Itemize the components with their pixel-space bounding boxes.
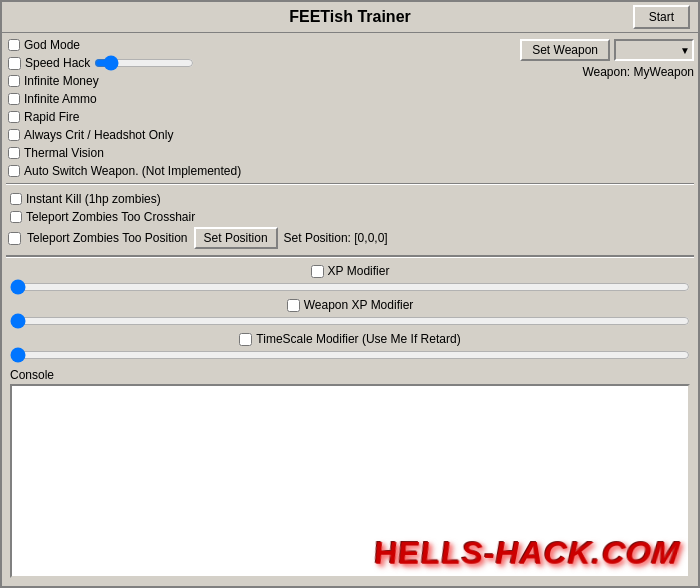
- xp-modifier-slider-row: [10, 280, 690, 294]
- right-panel: Set Weapon ▼ Weapon: MyWeapon: [474, 37, 694, 179]
- title-bar: FEETish Trainer Start: [2, 2, 698, 33]
- timescale-modifier-label: TimeScale Modifier (Use Me If Retard): [256, 332, 460, 346]
- main-content: God Mode Speed Hack Infinite Money Infin…: [2, 33, 698, 586]
- timescale-modifier-slider[interactable]: [10, 348, 690, 362]
- xp-modifier-slider[interactable]: [10, 280, 690, 294]
- watermark-text: HELLS-HACK.COM: [372, 535, 683, 571]
- divider-2: [6, 255, 694, 258]
- weapon-xp-modifier-checkbox[interactable]: [287, 299, 300, 312]
- always-crit-label: Always Crit / Headshot Only: [24, 128, 173, 142]
- weapon-name-label: Weapon: MyWeapon: [582, 65, 694, 79]
- set-position-button[interactable]: Set Position: [194, 227, 278, 249]
- divider-1: [6, 183, 694, 185]
- set-position-value: Set Position: [0,0,0]: [284, 231, 388, 245]
- weapon-xp-modifier-row: Weapon XP Modifier: [10, 298, 690, 328]
- thermal-vision-label: Thermal Vision: [24, 146, 104, 160]
- infinite-money-row: Infinite Money: [6, 73, 470, 89]
- weapon-xp-modifier-label: Weapon XP Modifier: [304, 298, 414, 312]
- infinite-money-label: Infinite Money: [24, 74, 99, 88]
- set-weapon-button[interactable]: Set Weapon: [520, 39, 610, 61]
- speed-hack-label: Speed Hack: [25, 56, 90, 70]
- timescale-modifier-label-row: TimeScale Modifier (Use Me If Retard): [10, 332, 690, 346]
- modifier-section: XP Modifier Weapon XP Modifier: [6, 262, 694, 364]
- timescale-modifier-slider-row: [10, 348, 690, 362]
- god-mode-row: God Mode: [6, 37, 470, 53]
- infinite-ammo-checkbox[interactable]: [8, 93, 20, 105]
- middle-section: Instant Kill (1hp zombies) Teleport Zomb…: [6, 189, 694, 251]
- always-crit-checkbox[interactable]: [8, 129, 20, 141]
- teleport-position-row: Teleport Zombies Too Position Set Positi…: [8, 227, 692, 249]
- weapon-dropdown-wrapper: ▼: [614, 39, 694, 61]
- god-mode-label: God Mode: [24, 38, 80, 52]
- teleport-crosshair-checkbox[interactable]: [10, 211, 22, 223]
- speed-hack-row: Speed Hack: [6, 55, 470, 71]
- weapon-dropdown[interactable]: [614, 39, 694, 61]
- window-title: FEETish Trainer: [289, 8, 411, 26]
- weapon-controls: Set Weapon ▼: [520, 39, 694, 61]
- console-box[interactable]: HELLS-HACK.COM: [10, 384, 690, 578]
- auto-switch-label: Auto Switch Weapon. (Not Implemented): [24, 164, 241, 178]
- infinite-ammo-label: Infinite Ammo: [24, 92, 97, 106]
- instant-kill-row: Instant Kill (1hp zombies): [8, 191, 692, 207]
- xp-modifier-label-row: XP Modifier: [10, 264, 690, 278]
- auto-switch-checkbox[interactable]: [8, 165, 20, 177]
- god-mode-checkbox[interactable]: [8, 39, 20, 51]
- infinite-money-checkbox[interactable]: [8, 75, 20, 87]
- timescale-modifier-row: TimeScale Modifier (Use Me If Retard): [10, 332, 690, 362]
- start-button[interactable]: Start: [633, 5, 690, 29]
- weapon-xp-modifier-label-row: Weapon XP Modifier: [10, 298, 690, 312]
- timescale-modifier-checkbox[interactable]: [239, 333, 252, 346]
- teleport-crosshair-label: Teleport Zombies Too Crosshair: [26, 210, 195, 224]
- instant-kill-checkbox[interactable]: [10, 193, 22, 205]
- rapid-fire-row: Rapid Fire: [6, 109, 470, 125]
- speed-hack-slider[interactable]: [94, 56, 194, 70]
- weapon-xp-modifier-slider[interactable]: [10, 314, 690, 328]
- main-window: FEETish Trainer Start God Mode Speed Hac…: [0, 0, 700, 588]
- thermal-vision-checkbox[interactable]: [8, 147, 20, 159]
- always-crit-row: Always Crit / Headshot Only: [6, 127, 470, 143]
- top-section: God Mode Speed Hack Infinite Money Infin…: [6, 37, 694, 179]
- xp-modifier-row: XP Modifier: [10, 264, 690, 294]
- rapid-fire-checkbox[interactable]: [8, 111, 20, 123]
- weapon-xp-modifier-slider-row: [10, 314, 690, 328]
- teleport-crosshair-row: Teleport Zombies Too Crosshair: [8, 209, 692, 225]
- console-section: Console HELLS-HACK.COM: [6, 364, 694, 582]
- xp-modifier-label: XP Modifier: [328, 264, 390, 278]
- console-label: Console: [10, 368, 690, 382]
- teleport-position-checkbox[interactable]: [8, 232, 21, 245]
- infinite-ammo-row: Infinite Ammo: [6, 91, 470, 107]
- teleport-position-label: Teleport Zombies Too Position: [27, 231, 188, 245]
- rapid-fire-label: Rapid Fire: [24, 110, 79, 124]
- left-panel: God Mode Speed Hack Infinite Money Infin…: [6, 37, 470, 179]
- thermal-vision-row: Thermal Vision: [6, 145, 470, 161]
- auto-switch-row: Auto Switch Weapon. (Not Implemented): [6, 163, 470, 179]
- speed-hack-checkbox[interactable]: [8, 57, 21, 70]
- instant-kill-label: Instant Kill (1hp zombies): [26, 192, 161, 206]
- xp-modifier-checkbox[interactable]: [311, 265, 324, 278]
